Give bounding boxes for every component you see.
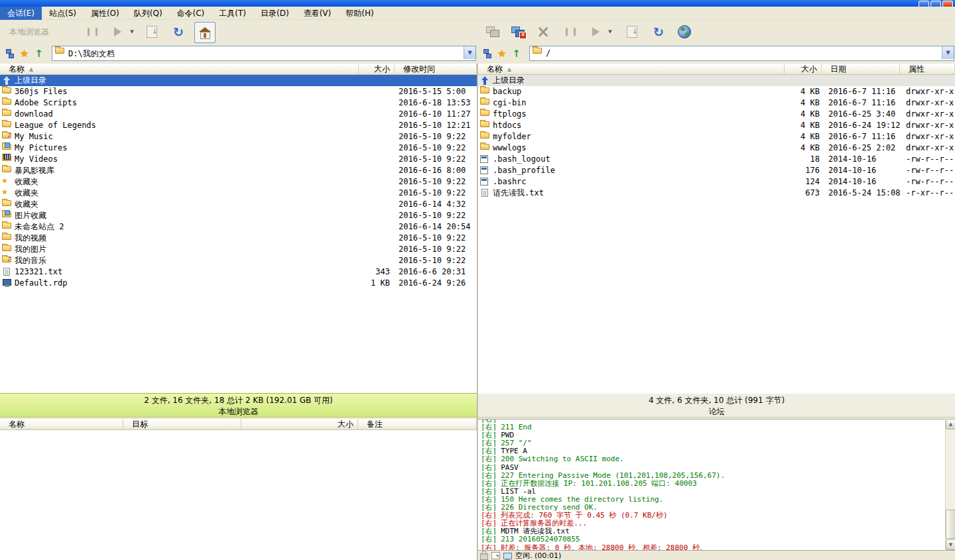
file-row[interactable]: 请先读我.txt 673 2016-5-24 15:08 -r-xr--r-- xyxy=(478,188,955,199)
file-date: 2014-10-16 xyxy=(828,154,876,165)
file-date: 2016-6-18 13:53 xyxy=(399,97,470,109)
menu-item[interactable]: 查看(V) xyxy=(296,7,339,21)
local-list-header: 名称▲ 大小 修改时间 xyxy=(0,64,477,75)
column-header-size[interactable]: 大小 xyxy=(359,64,395,74)
file-row[interactable]: wwwlogs 4 KB 2016-6-25 2:02 drwxr-xr-x xyxy=(478,142,955,154)
file-row[interactable]: myfolder 4 KB 2016-6-7 11:16 drwxr-xr-x xyxy=(478,131,955,142)
file-date: 2016-6-25 2:02 xyxy=(828,142,895,154)
file-row[interactable]: Adobe Scripts 2016-6-18 13:53 xyxy=(0,97,477,109)
file-row[interactable]: 图片收藏 2016-5-10 9:22 xyxy=(0,210,477,221)
up-directory-icon[interactable]: ↑ xyxy=(512,49,521,59)
pause-button[interactable] xyxy=(82,22,102,42)
refresh-remote-button[interactable]: ↻ xyxy=(649,22,668,42)
log-prefix: [右] xyxy=(481,423,497,431)
log-text: 正在打开数据连接 IP: 101.201.108.205 端口: 40003 xyxy=(501,479,696,488)
file-row[interactable]: League of Legends 2016-5-10 12:21 xyxy=(0,120,477,131)
file-row[interactable]: 123321.txt 343 2016-6-6 20:31 xyxy=(0,266,477,278)
column-header-name[interactable]: 名称▲ xyxy=(478,64,785,74)
menu-item[interactable]: 命令(C) xyxy=(170,7,212,21)
queue-button[interactable] xyxy=(142,22,162,42)
folder-icon xyxy=(533,48,542,54)
home-button[interactable] xyxy=(194,22,216,43)
column-header-size[interactable]: 大小 xyxy=(241,419,358,429)
column-header-name[interactable]: 名称 xyxy=(0,419,123,429)
remote-pause-button[interactable] xyxy=(560,22,580,42)
transfer-dropdown-button[interactable]: ▼ xyxy=(127,22,137,42)
file-row[interactable]: 我的图片 2016-5-10 9:22 xyxy=(0,244,477,255)
menu-item[interactable]: 工具(T) xyxy=(212,7,253,21)
menu-item[interactable]: 帮助(H) xyxy=(338,7,381,21)
file-size: 673 xyxy=(730,188,820,199)
remote-path-combobox[interactable]: / ▼ xyxy=(529,46,954,61)
local-status-title: 本地浏览器 xyxy=(0,406,477,418)
remote-path-dropdown[interactable]: ▼ xyxy=(942,46,954,59)
file-row[interactable]: htdocs 4 KB 2016-6-24 19:12 drwxr-xr-x xyxy=(478,120,955,131)
file-row[interactable]: ftplogs 4 KB 2016-6-25 3:40 drwxr-xr-x xyxy=(478,109,955,120)
menu-item[interactable]: 属性(O) xyxy=(84,7,127,21)
local-path-combobox[interactable]: D:\我的文档 ▼ xyxy=(52,46,476,61)
favorites-icon[interactable]: ★ xyxy=(497,49,506,59)
ftp-log[interactable]: [右] [右]211 End [右]PWD [右]257 "/" [右]TYPE… xyxy=(478,419,945,551)
file-row[interactable]: .bash_logout 18 2014-10-16 -rw-r--r-- xyxy=(478,154,955,165)
remote-start-button[interactable] xyxy=(586,22,605,42)
column-header-note[interactable]: 备注 xyxy=(358,419,477,429)
chevron-down-icon: ▼ xyxy=(130,29,133,34)
file-row[interactable]: 上级目录 xyxy=(478,75,955,86)
play-icon xyxy=(592,27,600,36)
column-header-target[interactable]: 目标 xyxy=(123,419,241,429)
file-row[interactable]: 未命名站点 2 2016-6-14 20:54 xyxy=(0,221,477,233)
log-prefix: [右] xyxy=(481,511,497,520)
file-row[interactable]: My Pictures 2016-5-10 9:22 xyxy=(0,142,477,154)
scroll-up-icon[interactable]: ▲ xyxy=(946,419,955,429)
file-row[interactable]: 上级目录 xyxy=(0,75,477,86)
file-row[interactable]: .bashrc 124 2014-10-16 -rw-r--r-- xyxy=(478,176,955,188)
menu-item[interactable]: 会话(E) xyxy=(0,7,42,21)
file-date: 2016-5-10 9:22 xyxy=(399,188,466,199)
remote-transfer-dropdown-button[interactable]: ▼ xyxy=(605,22,615,42)
file-row[interactable]: download 2016-6-10 11:27 xyxy=(0,109,477,120)
menu-item[interactable]: 目录(D) xyxy=(253,7,296,21)
globe-icon xyxy=(678,25,691,38)
queue-icon xyxy=(147,26,157,38)
file-size: 343 xyxy=(292,266,390,278)
tree-view-icon[interactable] xyxy=(483,49,491,58)
scrollbar-thumb[interactable] xyxy=(946,510,955,539)
file-row[interactable]: 收藏夹 2016-5-10 9:22 xyxy=(0,188,477,199)
remote-queue-button[interactable] xyxy=(622,22,642,42)
queue-list[interactable] xyxy=(0,430,477,560)
local-path-dropdown[interactable]: ▼ xyxy=(464,46,476,59)
file-row[interactable]: Default.rdp 1 KB 2016-6-24 9:26 xyxy=(0,278,477,289)
file-row[interactable]: My Music 2016-5-10 9:22 xyxy=(0,131,477,142)
menu-item[interactable]: 站点(S) xyxy=(42,7,84,21)
file-row[interactable]: 收藏夹 2016-6-14 4:32 xyxy=(0,199,477,210)
file-attr: drwxr-xr-x xyxy=(906,86,954,97)
file-row[interactable]: 360js Files 2016-5-15 5:00 xyxy=(0,86,477,97)
column-header-name[interactable]: 名称▲ xyxy=(0,64,359,74)
start-transfer-button[interactable] xyxy=(107,22,127,42)
file-row[interactable]: .bash_profile 176 2014-10-16 -rw-r--r-- xyxy=(478,165,955,176)
column-header-date[interactable]: 日期 xyxy=(822,64,900,74)
disconnect-button[interactable]: × xyxy=(508,22,528,42)
file-row[interactable]: cgi-bin 4 KB 2016-6-7 11:16 drwxr-xr-x xyxy=(478,97,955,109)
file-row[interactable]: 我的音乐 2016-5-10 9:22 xyxy=(0,255,477,266)
file-row[interactable]: 我的视频 2016-5-10 9:22 xyxy=(0,233,477,244)
column-header-date[interactable]: 修改时间 xyxy=(395,64,477,74)
refresh-local-button[interactable]: ↻ xyxy=(168,22,188,42)
column-header-size[interactable]: 大小 xyxy=(785,64,822,74)
file-row[interactable]: backup 4 KB 2016-6-7 11:16 drwxr-xr-x xyxy=(478,86,955,97)
abort-button[interactable]: × xyxy=(533,22,553,42)
favorites-icon[interactable]: ★ xyxy=(20,49,29,59)
file-row[interactable]: 收藏夹 2016-5-10 9:22 xyxy=(0,176,477,188)
log-text: 正在计算服务器的时差... xyxy=(501,519,587,528)
site-manager-button[interactable] xyxy=(674,22,694,42)
scroll-down-icon[interactable]: ▼ xyxy=(946,539,955,550)
file-date: 2016-5-10 9:22 xyxy=(399,255,466,266)
menu-item[interactable]: 队列(Q) xyxy=(127,7,170,21)
connect-button[interactable] xyxy=(483,22,503,42)
file-row[interactable]: 暴风影视库 2016-6-16 8:00 xyxy=(0,165,477,176)
file-row[interactable]: My Videos 2016-5-10 9:22 xyxy=(0,154,477,165)
tree-view-icon[interactable] xyxy=(5,49,14,58)
log-scrollbar[interactable]: ▲ ▼ xyxy=(945,419,955,550)
up-directory-icon[interactable]: ↑ xyxy=(34,49,43,59)
column-header-attr[interactable]: 属性 xyxy=(900,64,955,74)
